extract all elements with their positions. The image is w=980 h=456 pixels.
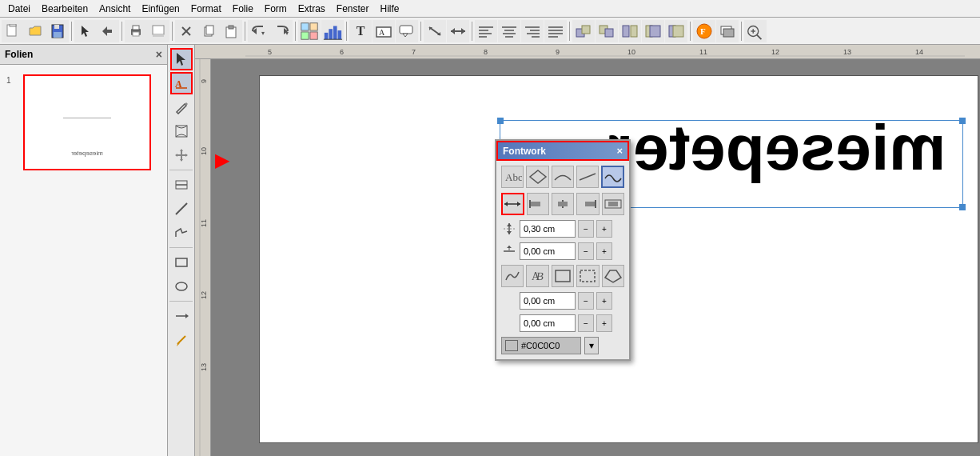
save-button[interactable] — [46, 20, 69, 42]
cursor-button[interactable] — [74, 20, 97, 42]
arrow-tool-btn[interactable] — [170, 305, 193, 327]
fw-shape-off-btn[interactable]: Abc — [501, 166, 524, 188]
svg-rect-9 — [133, 32, 139, 36]
zoom-tool-btn[interactable] — [170, 174, 193, 196]
folien-close-button[interactable]: × — [156, 48, 162, 61]
gallery-button[interactable] — [298, 20, 321, 42]
svg-marker-82 — [185, 154, 188, 157]
align-left-btn[interactable] — [475, 20, 497, 42]
menu-bearbeiten[interactable]: Bearbeiten — [37, 2, 93, 16]
fw-ypos-minus-btn[interactable]: − — [578, 314, 594, 332]
line-tool-btn[interactable] — [170, 198, 193, 220]
svg-text:13: 13 — [200, 363, 208, 371]
svg-rect-118 — [585, 202, 595, 206]
align-right-btn[interactable] — [521, 20, 544, 42]
handle-br[interactable] — [959, 204, 966, 210]
fw-align-right-btn[interactable] — [576, 193, 599, 215]
menu-einfuegen[interactable]: Einfügen — [137, 2, 184, 16]
fw-offset-minus-btn[interactable]: − — [578, 242, 594, 260]
fw-shape-wave-btn[interactable] — [601, 166, 624, 188]
fw-offset-input[interactable] — [520, 242, 576, 260]
fw-shape-arc-btn[interactable] — [552, 166, 574, 188]
fw-ypos-plus-btn[interactable]: + — [596, 314, 612, 332]
fw-align-left-btn[interactable] — [527, 193, 549, 215]
select-tool-btn[interactable] — [170, 48, 193, 70]
fw-square-btn[interactable] — [552, 265, 574, 287]
fw-align-stretch2-btn[interactable] — [602, 193, 624, 215]
menu-fenster[interactable]: Fenster — [332, 2, 374, 16]
align-center-btn[interactable] — [498, 20, 520, 42]
new-button[interactable] — [2, 20, 24, 42]
fw-char-btn[interactable]: AB — [526, 265, 548, 287]
menu-hilfe[interactable]: Hilfe — [376, 2, 404, 16]
menu-ansicht[interactable]: Ansicht — [94, 2, 135, 16]
print-button[interactable] — [125, 20, 147, 42]
zoom-in-btn[interactable] — [744, 20, 767, 42]
tab-order-button[interactable] — [97, 20, 119, 42]
arrange3-btn[interactable] — [619, 20, 641, 42]
text-button[interactable]: T — [349, 20, 372, 42]
fw-xpos-minus-btn[interactable]: − — [578, 292, 594, 310]
fw-xpos-plus-btn[interactable]: + — [596, 292, 612, 310]
svg-rect-22 — [301, 22, 309, 30]
ellipse-tool-btn[interactable] — [170, 275, 193, 298]
svg-rect-62 — [631, 26, 637, 37]
fw-height-plus-btn[interactable]: + — [596, 220, 612, 238]
arrange2-btn[interactable] — [596, 20, 618, 42]
dialog-close-button[interactable]: × — [616, 145, 623, 157]
pencil-tool-btn[interactable] — [170, 96, 193, 118]
menu-datei[interactable]: Datei — [3, 2, 35, 16]
fw-xpos-input[interactable] — [520, 292, 576, 310]
open-button[interactable] — [24, 20, 46, 42]
undo-button[interactable]: ▾ — [248, 20, 270, 42]
preview-button[interactable] — [147, 20, 169, 42]
redo-button[interactable]: ▾ — [270, 20, 293, 42]
fw-shape-slant-btn[interactable] — [576, 166, 599, 188]
fw-stretch-btn[interactable] — [501, 193, 524, 215]
handle-tl[interactable] — [497, 118, 504, 124]
svg-text:Abc: Abc — [505, 171, 522, 183]
rect-tool-btn2[interactable] — [170, 251, 193, 274]
more2-button[interactable] — [447, 20, 469, 42]
fw-ypos-row: − + — [501, 314, 624, 332]
fw-square2-btn[interactable] — [576, 265, 599, 287]
chart-button[interactable] — [321, 20, 344, 42]
fontwork-toolbar-btn[interactable]: F — [693, 20, 715, 42]
callout-toolbar-button[interactable] — [396, 20, 418, 42]
fw-curve-btn[interactable] — [501, 265, 524, 287]
arrange5-btn[interactable] — [665, 20, 687, 42]
shadow-toolbar-btn[interactable] — [716, 20, 739, 42]
fw-align-center-btn[interactable] — [552, 193, 574, 215]
menu-extras[interactable]: Extras — [293, 2, 330, 16]
pan-tool-btn[interactable] — [170, 144, 193, 166]
arrange4-btn[interactable] — [642, 20, 664, 42]
canvas-scroll[interactable]: miesepeter Fontwork × — [211, 59, 980, 456]
fontwork-dialog: Fontwork × Abc — [495, 139, 631, 361]
more1-button[interactable] — [424, 20, 446, 42]
slide-thumbnail[interactable]: miesepeter — [23, 74, 151, 170]
copy-button[interactable] — [197, 20, 220, 42]
handle-tr[interactable] — [959, 118, 966, 124]
menu-format[interactable]: Format — [186, 2, 226, 16]
fontwork-tool-btn[interactable]: A — [170, 72, 193, 94]
textbox-button[interactable]: A — [372, 20, 395, 42]
arrange1-btn[interactable] — [572, 20, 595, 42]
wave-tool-btn[interactable] — [170, 222, 193, 244]
justify-btn[interactable] — [544, 20, 567, 42]
fw-shape-diamond-btn[interactable] — [526, 166, 548, 188]
cut-button[interactable] — [175, 20, 197, 42]
menu-folie[interactable]: Folie — [228, 2, 258, 16]
scroll-tool-btn[interactable] — [170, 120, 193, 142]
svg-marker-34 — [403, 34, 408, 37]
pencil2-tool-btn[interactable] — [170, 329, 193, 351]
paste-button[interactable] — [220, 20, 242, 42]
fw-offset-plus-btn[interactable]: + — [596, 242, 612, 260]
fw-color-dropdown-btn[interactable]: ▾ — [584, 337, 599, 354]
fw-color-swatch[interactable]: #C0C0C0 — [501, 337, 581, 354]
fw-pentagon-btn[interactable] — [602, 265, 624, 287]
fw-height-input[interactable] — [520, 220, 576, 238]
menu-form[interactable]: Form — [260, 2, 292, 16]
fw-ypos-input[interactable] — [520, 314, 576, 332]
dialog-title: Fontwork — [503, 146, 546, 157]
fw-height-minus-btn[interactable]: − — [578, 220, 594, 238]
